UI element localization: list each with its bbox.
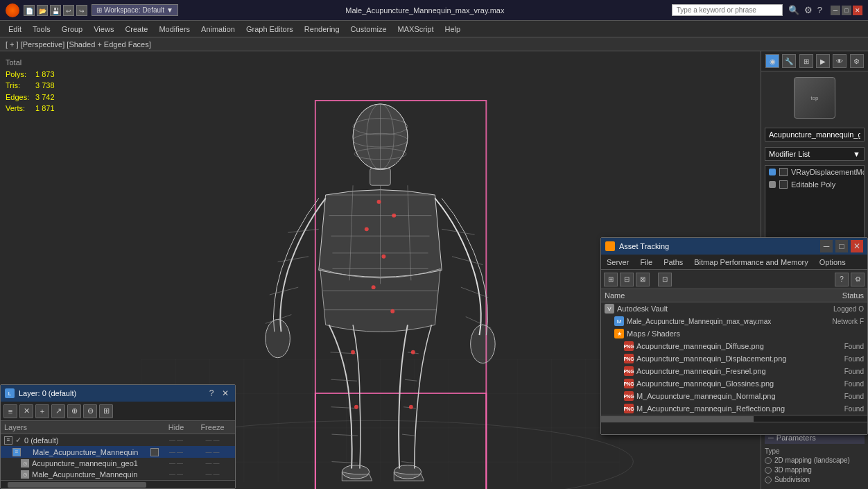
modifier-editable-poly[interactable]: Editable Poly bbox=[765, 178, 864, 191]
asset-row-glossines[interactable]: PNG Acupuncture_mannequin_Glossines.png … bbox=[601, 377, 867, 390]
asset-row-fresnel[interactable]: PNG Acupuncture_mannequin_Fresnel.png Fo… bbox=[601, 365, 867, 377]
undo-btn[interactable]: ↩ bbox=[63, 5, 74, 16]
layer-scrollbar-thumb[interactable] bbox=[8, 482, 146, 488]
layer-row-geo1[interactable]: ⊙ Acupuncture_mannequin_geo1 — — — — bbox=[1, 458, 235, 469]
menu-views[interactable]: Views bbox=[88, 23, 119, 35]
params-radio-sub[interactable]: Subdivision bbox=[765, 476, 865, 483]
asset-menu-bitmap[interactable]: Bitmap Performance and Memory bbox=[688, 257, 813, 268]
menu-edit[interactable]: Edit bbox=[3, 23, 27, 35]
layer-tool-delete[interactable]: ✕ bbox=[19, 404, 33, 418]
asset-scrollbar[interactable] bbox=[601, 415, 867, 422]
layer-scrollbar[interactable] bbox=[1, 480, 235, 488]
asset-tracking-titlebar[interactable]: Asset Tracking ─ □ ✕ bbox=[601, 238, 867, 255]
layer-row-geo1-icon: ⊙ bbox=[21, 459, 29, 467]
menu-maxscript[interactable]: MAXScript bbox=[392, 23, 440, 35]
layer-row-default[interactable]: ≡ ✓ 0 (default) — — — — bbox=[1, 434, 235, 446]
layer-row-mannequin-obj[interactable]: ⊙ Male_Acupuncture_Mannequin — — — — bbox=[1, 469, 235, 480]
modifier-list-arrow: ▼ bbox=[853, 150, 860, 158]
asset-tool-spacer bbox=[652, 273, 656, 286]
modifier-vray[interactable]: VRayDisplacementMod bbox=[765, 166, 864, 178]
radio-btn-3d[interactable] bbox=[765, 467, 772, 474]
rp-icon-hierarchy[interactable]: ⊞ bbox=[799, 54, 813, 68]
menu-rendering[interactable]: Rendering bbox=[299, 23, 345, 35]
asset-menu: Server File Paths Bitmap Performance and… bbox=[601, 255, 867, 270]
maximize-btn[interactable]: □ bbox=[842, 6, 851, 15]
asset-menu-options[interactable]: Options bbox=[814, 257, 851, 268]
asset-row-normal[interactable]: PNG M_Acupuncture_mannequin_Normal.png F… bbox=[601, 390, 867, 402]
params-radio-2d[interactable]: 2D mapping (landscape) bbox=[765, 456, 865, 464]
asset-tool-2[interactable]: ⊟ bbox=[620, 273, 634, 286]
asset-menu-file[interactable]: File bbox=[634, 257, 658, 268]
asset-tool-3[interactable]: ⊠ bbox=[636, 273, 650, 286]
layer-tool-layers[interactable]: ≡ bbox=[3, 404, 17, 418]
close-btn[interactable]: ✕ bbox=[853, 6, 862, 15]
asset-menu-server[interactable]: Server bbox=[601, 257, 634, 268]
svg-point-46 bbox=[365, 227, 369, 231]
asset-tool-4[interactable]: ⊡ bbox=[658, 273, 672, 286]
viewport-cube[interactable]: top bbox=[794, 77, 835, 119]
rp-icon-modify[interactable]: 🔧 bbox=[782, 54, 796, 68]
layer-panel-help[interactable]: ? bbox=[206, 388, 217, 398]
menu-graph-editors[interactable]: Graph Editors bbox=[241, 23, 299, 35]
modifier-editable-poly-icon bbox=[769, 181, 776, 188]
rp-icon-render[interactable]: ◉ bbox=[765, 54, 779, 68]
modifier-vray-check[interactable] bbox=[779, 168, 788, 176]
menu-group[interactable]: Group bbox=[56, 23, 89, 35]
layer-tool-select-objects[interactable]: ↗ bbox=[51, 404, 65, 418]
radio-btn-sub[interactable] bbox=[765, 477, 772, 483]
modifier-list-dropdown[interactable]: Modifier List ▼ bbox=[765, 147, 865, 161]
menu-create[interactable]: Create bbox=[119, 23, 153, 35]
window-controls: ─ □ ✕ bbox=[831, 6, 862, 15]
menu-modifiers[interactable]: Modifiers bbox=[153, 23, 196, 35]
rp-icon-display[interactable]: 👁 bbox=[833, 54, 847, 68]
params-radio-3d[interactable]: 3D mapping bbox=[765, 466, 865, 474]
asset-minimize-btn[interactable]: ─ bbox=[820, 240, 833, 252]
asset-maximize-btn[interactable]: □ bbox=[835, 240, 848, 252]
settings-icon[interactable]: ⚙ bbox=[803, 5, 814, 15]
menu-tools[interactable]: Tools bbox=[27, 23, 56, 35]
menu-help[interactable]: Help bbox=[440, 23, 467, 35]
rp-icon-utilities[interactable]: ⚙ bbox=[850, 54, 864, 68]
asset-row-maps[interactable]: ★ Maps / Shaders bbox=[601, 327, 867, 340]
layer-list: ≡ ✓ 0 (default) — — — — bbox=[1, 434, 235, 480]
asset-close-btn[interactable]: ✕ bbox=[851, 240, 863, 252]
object-name-input[interactable] bbox=[765, 128, 865, 141]
minimize-btn[interactable]: ─ bbox=[831, 6, 840, 15]
asset-row-reflection[interactable]: PNG M_Acupuncture_mannequin_Reflection.p… bbox=[601, 402, 867, 415]
search-input[interactable] bbox=[672, 4, 783, 16]
open-btn[interactable]: 📂 bbox=[37, 5, 48, 16]
asset-tool-right-2[interactable]: ⚙ bbox=[851, 273, 865, 286]
asset-tracking-title: Asset Tracking bbox=[619, 242, 816, 250]
asset-row-maxfile[interactable]: M Male_Acupuncture_Mannequin_max_vray.ma… bbox=[601, 315, 867, 327]
asset-row-vault[interactable]: V Autodesk Vault Logged O bbox=[601, 302, 867, 315]
asset-row-displacement[interactable]: PNG Acupuncture_mannequin_Displacement.p… bbox=[601, 352, 867, 365]
asset-row-diffuse[interactable]: PNG Acupuncture_mannequin_Diffuse.png Fo… bbox=[601, 340, 867, 352]
layer-tool-add[interactable]: + bbox=[35, 404, 49, 418]
new-btn[interactable]: 📄 bbox=[24, 5, 35, 16]
layer-tool-add-selection[interactable]: ⊕ bbox=[67, 404, 81, 418]
asset-menu-paths[interactable]: Paths bbox=[658, 257, 688, 268]
layer-tool-expand[interactable]: ⊞ bbox=[99, 404, 113, 418]
layer-panel-close[interactable]: ✕ bbox=[220, 388, 231, 398]
modifier-editable-poly-check[interactable] bbox=[779, 180, 788, 189]
redo-btn[interactable]: ↪ bbox=[76, 5, 87, 16]
layer-tool-remove-selection[interactable]: ⊖ bbox=[83, 404, 97, 418]
params-type-label: Type bbox=[765, 447, 865, 455]
rp-icon-motion[interactable]: ▶ bbox=[816, 54, 830, 68]
asset-scrollbar-thumb[interactable] bbox=[601, 416, 754, 422]
menu-customize[interactable]: Customize bbox=[345, 23, 392, 35]
layer-panel-controls: ? ✕ bbox=[206, 388, 231, 398]
search-icon[interactable]: 🔍 bbox=[787, 5, 801, 15]
layer-panel-titlebar[interactable]: L Layer: 0 (default) ? ✕ bbox=[1, 385, 235, 402]
layer-row-mannequin[interactable]: ≡ ✓ Male_Acupuncture_Mannequin — — — — bbox=[1, 446, 235, 458]
asset-tool-right-1[interactable]: ? bbox=[835, 273, 849, 286]
radio-btn-2d[interactable] bbox=[765, 457, 772, 464]
workspace-selector[interactable]: ⊞ Workspace: Default ▼ bbox=[92, 4, 178, 16]
menu-animation[interactable]: Animation bbox=[196, 23, 241, 35]
layer-row-mannequin-icon: ≡ bbox=[12, 448, 21, 456]
asset-col-name: Name bbox=[605, 291, 808, 300]
asset-tool-1[interactable]: ⊞ bbox=[604, 273, 618, 286]
layer-row-icon: ≡ bbox=[4, 436, 12, 445]
help-icon[interactable]: ? bbox=[816, 5, 824, 15]
save-btn[interactable]: 💾 bbox=[50, 5, 61, 16]
